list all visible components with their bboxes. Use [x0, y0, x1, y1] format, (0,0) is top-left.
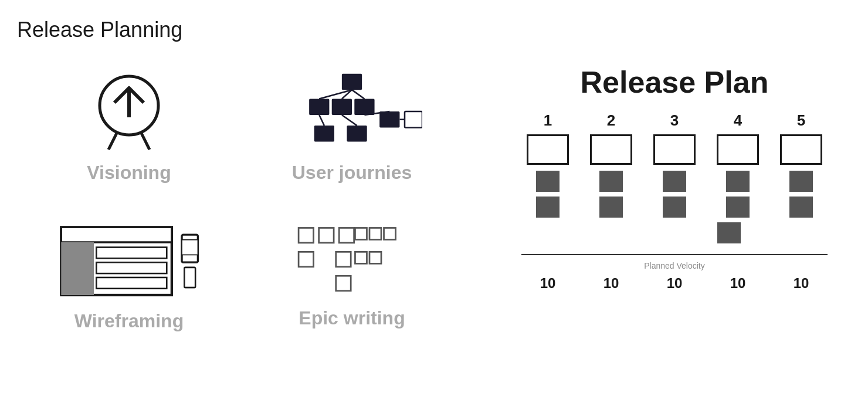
svg-rect-5	[309, 99, 329, 115]
svg-line-3	[141, 132, 150, 150]
page-title: Release Planning	[17, 18, 182, 42]
sprint-num-3: 3	[651, 111, 698, 130]
svg-line-2	[108, 132, 117, 150]
sprint-small-box-2-2	[599, 197, 623, 218]
wireframing-icon	[59, 219, 199, 301]
sprint-small-box-3-extra	[717, 222, 741, 243]
svg-rect-21	[61, 242, 94, 295]
epic-writing-icon	[293, 222, 411, 298]
visioning-item: Visioning	[23, 59, 235, 195]
sprint-small-box-5-1	[789, 171, 813, 192]
icons-section: Visioning User journie	[23, 59, 457, 344]
sprint-small-box-3-1	[663, 171, 686, 192]
svg-rect-7	[354, 99, 374, 115]
velocity-num-3: 10	[651, 275, 698, 292]
velocity-num-2: 10	[588, 275, 635, 292]
sprint-small-box-5-2	[789, 197, 813, 218]
svg-rect-14	[405, 111, 422, 127]
sprint-box-4	[717, 134, 759, 165]
svg-rect-36	[355, 252, 367, 263]
velocity-num-4: 10	[714, 275, 761, 292]
epic-writing-item: Epic writing	[246, 207, 457, 344]
svg-rect-28	[299, 228, 313, 242]
sprint-numbers-row: 1 2 3 4 5	[504, 111, 845, 130]
sprint-small-box-1-1	[536, 171, 560, 192]
svg-rect-26	[182, 240, 198, 255]
svg-rect-35	[336, 252, 351, 266]
sprint-small-box-4-1	[726, 171, 750, 192]
release-plan-title: Release Plan	[504, 65, 845, 100]
release-plan-grid: 1 2 3 4 5	[504, 111, 845, 292]
sprint-large-boxes-row	[504, 134, 845, 165]
svg-line-10	[352, 90, 364, 99]
sprint-extra-box-row	[504, 222, 845, 243]
visioning-icon	[88, 70, 170, 153]
sprint-small-boxes-row-2	[504, 197, 845, 218]
sprint-small-box-3-2	[663, 197, 686, 218]
sprint-small-box-2-1	[599, 171, 623, 192]
velocity-num-1: 10	[524, 275, 571, 292]
release-plan-divider	[521, 254, 828, 255]
svg-rect-32	[369, 228, 381, 239]
svg-rect-24	[96, 277, 167, 289]
velocity-num-5: 10	[778, 275, 825, 292]
svg-rect-33	[384, 228, 396, 239]
planned-velocity-label: Planned Velocity	[644, 261, 705, 270]
svg-rect-27	[184, 267, 195, 287]
user-journies-label: User journies	[292, 162, 412, 184]
svg-rect-37	[369, 252, 381, 263]
svg-rect-6	[332, 99, 352, 115]
wireframing-item: Wireframing	[23, 207, 235, 344]
sprint-num-4: 4	[714, 111, 761, 130]
visioning-label: Visioning	[87, 162, 171, 184]
svg-line-15	[319, 115, 324, 126]
svg-rect-22	[96, 248, 167, 259]
sprint-small-boxes-row-1	[504, 171, 845, 192]
svg-rect-20	[61, 227, 172, 242]
sprint-num-2: 2	[588, 111, 635, 130]
svg-line-16	[342, 115, 357, 126]
sprint-num-5: 5	[778, 111, 825, 130]
sprint-small-box-1-2	[536, 197, 560, 218]
user-journies-item: User journies	[246, 59, 457, 195]
svg-rect-31	[355, 228, 367, 239]
epic-writing-label: Epic writing	[299, 307, 405, 329]
svg-rect-4	[342, 74, 362, 90]
sprint-box-5	[780, 134, 822, 165]
sprint-small-box-4-2	[726, 197, 750, 218]
wireframing-label: Wireframing	[74, 310, 184, 332]
svg-rect-12	[347, 126, 367, 141]
sprint-num-1: 1	[524, 111, 571, 130]
sprint-box-2	[590, 134, 632, 165]
release-plan-section: Release Plan 1 2 3 4 5	[504, 65, 845, 292]
svg-rect-34	[299, 252, 313, 266]
sprint-box-1	[527, 134, 569, 165]
user-journies-icon	[282, 70, 422, 153]
svg-rect-38	[336, 276, 351, 290]
svg-rect-13	[379, 111, 399, 127]
sprint-box-3	[653, 134, 696, 165]
svg-rect-29	[319, 228, 334, 242]
svg-rect-11	[314, 126, 334, 141]
svg-rect-30	[339, 228, 354, 242]
velocity-numbers-row: 10 10 10 10 10	[504, 275, 845, 292]
svg-rect-23	[96, 262, 167, 273]
